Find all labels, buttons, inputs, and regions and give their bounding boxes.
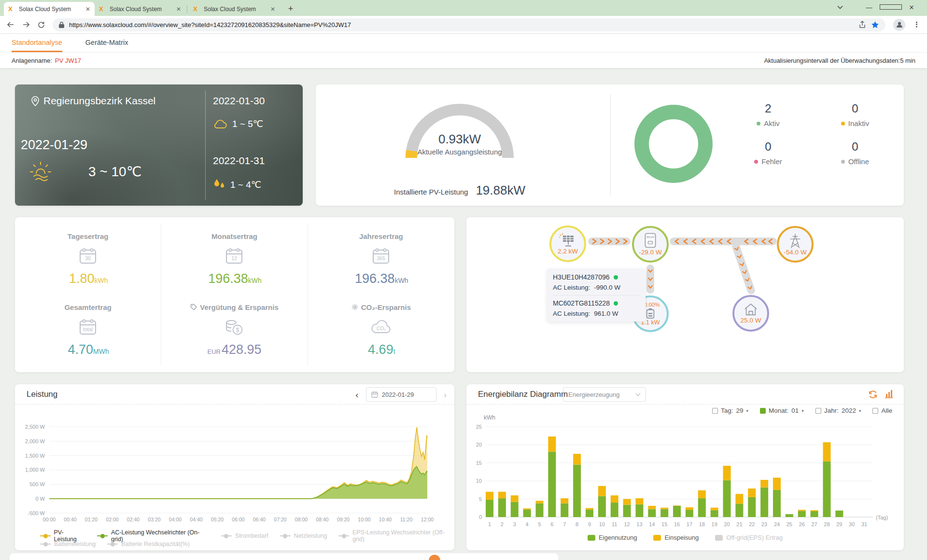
share-icon[interactable] bbox=[858, 21, 866, 28]
legend-item[interactable]: Batterie Restkapazität(%) bbox=[107, 541, 190, 547]
url-bar[interactable]: https://www.solaxcloud.com/#/overview_si… bbox=[53, 18, 885, 31]
profile-avatar[interactable] bbox=[893, 19, 905, 31]
current-output-label: Aktuelle Ausgangsleistung bbox=[392, 148, 527, 156]
tab-close-icon[interactable]: ✕ bbox=[85, 6, 90, 13]
tab-title: Solax Cloud System bbox=[19, 6, 80, 13]
stat-label: Inaktiv bbox=[848, 119, 869, 127]
browser-menu-icon[interactable]: ⋮ bbox=[913, 20, 920, 29]
svg-text:27: 27 bbox=[811, 521, 817, 527]
site-name-label: Anlagenname: bbox=[12, 57, 52, 64]
bar-chart-type-icon[interactable] bbox=[885, 390, 893, 399]
flow-node-pv: 2.2 kW bbox=[549, 225, 586, 262]
stat-label: Aktiv bbox=[764, 119, 780, 127]
forward-button[interactable] bbox=[22, 21, 30, 28]
checkbox[interactable] bbox=[872, 408, 878, 414]
calendar-day-icon: 30 bbox=[77, 245, 99, 267]
filter-tag[interactable]: Tag:29▾ bbox=[712, 407, 748, 414]
legend-item[interactable]: Einspeisung bbox=[653, 534, 699, 541]
flow-arrow-pv-to-inverter bbox=[588, 238, 631, 245]
refresh-icon[interactable] bbox=[868, 390, 878, 399]
filter-alle[interactable]: Alle bbox=[872, 407, 892, 414]
calendar-total-icon: total bbox=[77, 316, 99, 338]
power-line-chart: 2,500 W2,000 W1,500 W1,000 W500 W0 W-500… bbox=[15, 406, 454, 527]
browser-tab-1[interactable]: X Solax Cloud System ✕ bbox=[4, 2, 95, 16]
flow-arrow-grid-to-inverter bbox=[670, 238, 777, 245]
ac-power-value: -990.0 W bbox=[594, 284, 620, 291]
energy-type-select[interactable]: Energieerzeugung bbox=[563, 387, 646, 402]
status-dot-icon bbox=[754, 160, 758, 164]
legend-item[interactable]: Off-grid(EPS) Ertrag bbox=[715, 534, 783, 541]
maximize-button[interactable] bbox=[880, 4, 901, 11]
new-tab-button[interactable]: + bbox=[284, 4, 297, 14]
tab-divider bbox=[187, 5, 187, 13]
yield-title: Monatsertrag bbox=[211, 232, 257, 240]
svg-text:15: 15 bbox=[661, 521, 667, 527]
svg-text:17: 17 bbox=[687, 521, 692, 527]
svg-text:10: 10 bbox=[599, 521, 605, 527]
tab-standortanalyse[interactable]: Standortanalyse bbox=[12, 34, 62, 52]
rain-icon bbox=[213, 178, 225, 191]
tab-search-icon[interactable] bbox=[837, 5, 858, 9]
next-day-button[interactable]: › bbox=[444, 390, 447, 399]
stat-count: 0 bbox=[819, 140, 891, 154]
legend-item[interactable]: Strombedarf bbox=[221, 532, 268, 539]
yield-cell: Tagesertrag301.80kWh bbox=[15, 224, 161, 295]
legend-item[interactable]: Eigennutzung bbox=[588, 534, 637, 541]
tab-geraete-matrix[interactable]: Geräte-Matrix bbox=[85, 34, 128, 52]
browser-tab-2[interactable]: X Solax Cloud System ✕ bbox=[95, 2, 185, 16]
svg-text:12: 12 bbox=[624, 521, 630, 527]
installed-pv-value: 19.88kW bbox=[476, 183, 525, 198]
svg-text:15: 15 bbox=[476, 460, 482, 466]
bookmark-star-icon[interactable] bbox=[871, 21, 879, 29]
legend-item[interactable]: Batterieleistung bbox=[40, 541, 96, 547]
reload-button[interactable] bbox=[38, 21, 45, 28]
svg-text:500 W: 500 W bbox=[29, 481, 45, 487]
svg-text:(Tag): (Tag) bbox=[876, 515, 888, 520]
tab-close-icon[interactable]: ✕ bbox=[176, 6, 181, 13]
stat-label: Fehler bbox=[761, 157, 782, 166]
filter-jahr[interactable]: Jahr:2022▾ bbox=[815, 407, 861, 414]
prev-day-button[interactable]: ‹ bbox=[355, 390, 358, 399]
yield-value: 4.70MWh bbox=[67, 342, 109, 357]
forecast-date-1: 2022-01-30 bbox=[213, 95, 265, 107]
solax-favicon-icon: X bbox=[8, 5, 15, 13]
ac-power-label: AC Leistung: bbox=[553, 284, 590, 291]
checkbox[interactable] bbox=[815, 408, 821, 414]
device-stat-aktiv: 2Aktiv bbox=[732, 102, 804, 127]
forecast-temp-text: 1 ~ 4℃ bbox=[230, 179, 261, 190]
forecast-temp-2: 1 ~ 4℃ bbox=[213, 178, 261, 191]
stat-count: 2 bbox=[732, 102, 804, 115]
energy-chart-tools bbox=[868, 390, 893, 399]
svg-text:total: total bbox=[83, 326, 93, 332]
close-button[interactable]: ✕ bbox=[901, 4, 922, 11]
device-stat-fehler: 0Fehler bbox=[732, 140, 804, 166]
caret-down-icon[interactable]: ▾ bbox=[859, 408, 861, 413]
legend-item[interactable]: EPS-Leistung Wechselrichter (Off-grid) bbox=[338, 529, 454, 543]
caret-down-icon[interactable]: ▾ bbox=[801, 408, 804, 413]
svg-text:24: 24 bbox=[774, 521, 780, 527]
yield-value: EUR428.95 bbox=[207, 342, 261, 357]
filter-monat[interactable]: Monat:01▾ bbox=[760, 407, 804, 414]
date-picker[interactable]: 2022-01-29 bbox=[366, 387, 436, 402]
caret-down-icon[interactable]: ▾ bbox=[746, 408, 749, 413]
svg-text:07:20: 07:20 bbox=[274, 517, 286, 522]
checkbox[interactable] bbox=[760, 408, 766, 414]
minimize-button[interactable]: — bbox=[858, 4, 880, 11]
checkbox[interactable] bbox=[712, 408, 718, 414]
browser-tab-3[interactable]: X Solax Cloud System ✕ bbox=[189, 2, 280, 16]
device-stat-inaktiv: 0Inaktiv bbox=[819, 102, 891, 127]
installed-pv-label: Installierte PV-Leistung bbox=[394, 188, 468, 196]
flow-node-grid: -54.0 W bbox=[777, 226, 814, 263]
back-button[interactable] bbox=[7, 21, 14, 28]
svg-text:02:00: 02:00 bbox=[106, 517, 118, 522]
svg-text:13: 13 bbox=[636, 521, 642, 527]
legend-item[interactable]: Netzleistung bbox=[280, 532, 327, 539]
tab-close-icon[interactable]: ✕ bbox=[270, 6, 275, 13]
pv-power-value: 2.2 kW bbox=[558, 248, 578, 255]
svg-text:12:00: 12:00 bbox=[421, 517, 434, 522]
svg-text:12: 12 bbox=[232, 255, 238, 261]
tab-title: Solax Cloud System bbox=[204, 6, 265, 13]
solax-favicon-icon: X bbox=[99, 5, 106, 13]
yield-cell: Gesamtertragtotal4.70MWh bbox=[15, 295, 161, 366]
installed-pv: Installierte PV-Leistung 19.88kW bbox=[373, 183, 547, 198]
